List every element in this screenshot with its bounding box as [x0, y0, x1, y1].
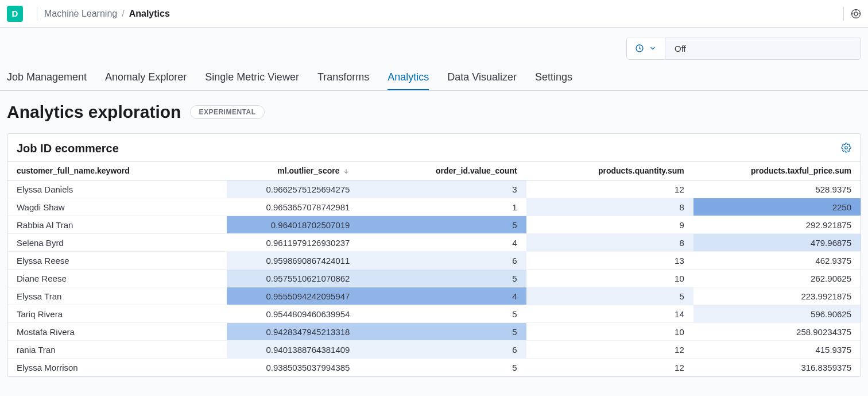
cell-value: 0.9598690867424011 [266, 256, 350, 266]
results-panel: Job ID ecommerce customer_full_name.keyw… [7, 133, 861, 377]
divider [37, 7, 37, 21]
tab-settings[interactable]: Settings [535, 71, 572, 90]
tab-label: Analytics [388, 71, 429, 83]
tab-analytics[interactable]: Analytics [388, 71, 429, 90]
cell-quantity-sum: 8 [526, 234, 693, 252]
tab-label: Job Management [7, 71, 87, 83]
heat-fill [526, 234, 693, 251]
cell-price-sum: 262.90625 [693, 270, 861, 287]
table-row[interactable]: Mostafa Rivera0.9428347945213318510258.9… [7, 323, 861, 341]
clock-icon [635, 44, 644, 53]
cell-value: 0.9662575125694275 [266, 184, 350, 194]
column-header-products_quantity_sum[interactable]: products.quantity.sum [526, 162, 693, 180]
cell-value: 12 [675, 184, 684, 194]
table-row[interactable]: Rabbia Al Tran0.96401870250701959292.921… [7, 216, 861, 234]
cell-order-count: 5 [359, 216, 526, 234]
column-header-products_taxful_price_sum[interactable]: products.taxful_price.sum [693, 162, 861, 180]
cell-value: 10 [675, 327, 684, 337]
page-title-row: Analytics exploration EXPERIMENTAL [0, 91, 868, 133]
breadcrumb-separator: / [122, 9, 124, 19]
page-title: Analytics exploration [7, 102, 181, 122]
chevron-down-icon [649, 44, 657, 52]
cell-value: 5 [512, 363, 517, 372]
heat-fill [359, 323, 526, 340]
cell-outlier-score: 0.9653657078742981 [227, 198, 359, 216]
column-header-label: products.quantity.sum [598, 166, 684, 175]
column-header-label: customer_full_name.keyword [17, 166, 130, 175]
breadcrumb-parent[interactable]: Machine Learning [44, 9, 117, 19]
cell-order-count: 5 [359, 305, 526, 323]
cell-price-sum: 596.90625 [693, 305, 861, 323]
column-header-label: ml.outlier_score [277, 166, 339, 175]
cell-outlier-score: 0.9544809460639954 [227, 305, 359, 323]
experimental-badge: EXPERIMENTAL [190, 105, 264, 119]
super-datepicker[interactable]: Off [626, 37, 861, 60]
datepicker-value-text: Off [675, 44, 686, 53]
datepicker-quick-menu-button[interactable] [627, 37, 665, 59]
cell-quantity-sum: 10 [526, 270, 693, 287]
sort-desc-icon [343, 168, 350, 175]
cell-value: 292.921875 [806, 220, 851, 230]
tab-transforms[interactable]: Transforms [317, 71, 369, 90]
table-head: customer_full_name.keywordml.outlier_sco… [7, 162, 861, 180]
column-header-customer_full_name_keyword[interactable]: customer_full_name.keyword [7, 162, 227, 180]
cell-customer-name: rania Tran [7, 341, 227, 359]
cell-value: 0.9555094242095947 [266, 291, 350, 301]
datepicker-value[interactable]: Off [665, 37, 861, 59]
space-badge[interactable]: D [7, 6, 23, 22]
divider [843, 7, 844, 21]
table-row[interactable]: Diane Reese0.9575510621070862510262.9062… [7, 270, 861, 287]
cell-value: 415.9375 [815, 345, 851, 355]
tab-data-visualizer[interactable]: Data Visualizer [447, 71, 517, 90]
space-initial: D [12, 9, 18, 18]
cell-value: 528.9375 [815, 184, 851, 194]
cell-value: Selena Byrd [17, 238, 64, 248]
help-icon[interactable] [851, 9, 861, 19]
cell-value: 258.90234375 [796, 327, 851, 337]
cell-value: 223.9921875 [801, 291, 851, 301]
tab-label: Single Metric Viewer [205, 71, 299, 83]
column-header-order_id_value_count[interactable]: order_id.value_count [359, 162, 526, 180]
cell-price-sum: 415.9375 [693, 341, 861, 359]
table-row[interactable]: Elyssa Reese0.9598690867424011613462.937… [7, 252, 861, 270]
table-row[interactable]: Elyssa Daniels0.9662575125694275312528.9… [7, 180, 861, 198]
cell-value: 0.964018702507019 [271, 220, 350, 230]
cell-value: 12 [675, 363, 684, 372]
table-row[interactable]: Wagdi Shaw0.9653657078742981182250 [7, 198, 861, 216]
table-row[interactable]: Selena Byrd0.961197912693023748479.96875 [7, 234, 861, 252]
tab-label: Anomaly Explorer [105, 71, 187, 83]
column-header-label: order_id.value_count [436, 166, 517, 175]
cell-value: 0.9575510621070862 [266, 274, 350, 283]
controls-row: Off [0, 28, 868, 60]
cell-value: 4 [512, 238, 517, 248]
cell-price-sum: 316.8359375 [693, 359, 861, 376]
breadcrumb: Machine Learning / Analytics [44, 9, 170, 19]
cell-value: Diane Reese [17, 274, 67, 283]
tab-anomaly-explorer[interactable]: Anomaly Explorer [105, 71, 187, 90]
tab-job-management[interactable]: Job Management [7, 71, 87, 90]
table-row[interactable]: rania Tran0.9401388764381409612415.9375 [7, 341, 861, 359]
table-row[interactable]: Elyssa Morrison0.9385035037994385512316.… [7, 359, 861, 376]
cell-value: 262.90625 [811, 274, 851, 283]
table-settings-button[interactable] [841, 143, 851, 155]
table-row[interactable]: Tariq Rivera0.9544809460639954514596.906… [7, 305, 861, 323]
table-body: Elyssa Daniels0.9662575125694275312528.9… [7, 180, 861, 376]
cell-customer-name: Elyssa Tran [7, 287, 227, 305]
cell-value: Elyssa Morrison [17, 363, 78, 372]
table-row[interactable]: Elyssa Tran0.955509424209594745223.99218… [7, 287, 861, 305]
cell-value: 8 [679, 238, 684, 248]
tab-label: Transforms [317, 71, 369, 83]
cell-value: 0.9611979126930237 [266, 238, 350, 248]
cell-value: Mostafa Rivera [17, 327, 75, 337]
cell-value: 1 [512, 202, 517, 212]
column-header-ml_outlier_score[interactable]: ml.outlier_score [227, 162, 359, 180]
cell-value: 2250 [832, 202, 851, 212]
heat-fill [526, 198, 693, 216]
panel-title: Job ID ecommerce [17, 142, 119, 155]
tab-single-metric-viewer[interactable]: Single Metric Viewer [205, 71, 299, 90]
cell-order-count: 4 [359, 234, 526, 252]
cell-value: 0.9544809460639954 [266, 309, 350, 319]
cell-value: 6 [512, 345, 517, 355]
cell-value: Elyssa Tran [17, 291, 61, 301]
cell-value: 3 [512, 184, 517, 194]
